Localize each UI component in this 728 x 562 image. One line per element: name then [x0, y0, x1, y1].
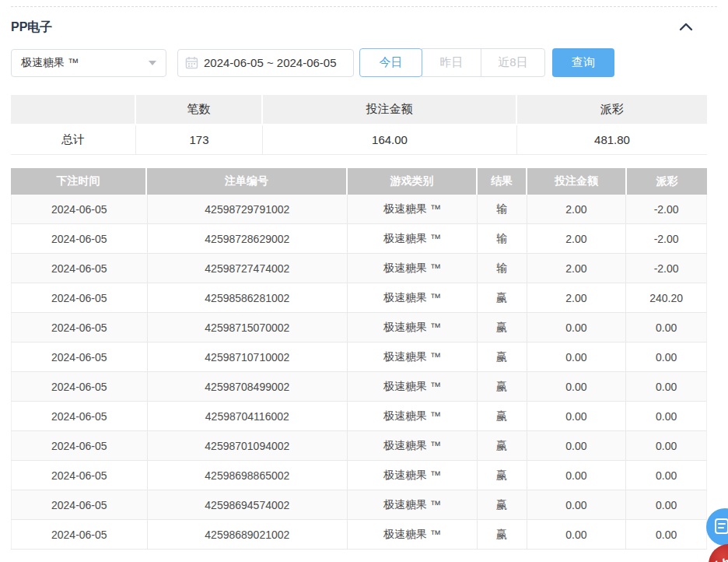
bet-amount-cell: 0.00	[527, 520, 627, 549]
bet-records-table: 下注时间 注单编号 游戏类别 结果 投注金额 派彩 2024-06-05 425…	[11, 168, 707, 550]
game-type-cell: 极速糖果 ™	[348, 313, 478, 342]
bet-id-cell: 42598710710002	[148, 342, 348, 371]
last-8-days-button[interactable]: 近8日	[481, 48, 545, 77]
header-bet-time: 下注时间	[11, 168, 147, 195]
chevron-up-icon	[679, 22, 693, 33]
game-type-cell: 极速糖果 ™	[348, 195, 478, 223]
bet-time-cell: 2024-06-05	[12, 283, 148, 312]
result-cell: 赢	[478, 520, 527, 549]
bet-id-cell: 42598727474002	[148, 254, 348, 283]
document-icon	[714, 518, 728, 537]
bet-time-cell: 2024-06-05	[12, 372, 148, 401]
payout-cell: 0.00	[626, 313, 706, 342]
bet-amount-cell: 2.00	[527, 254, 627, 283]
table-row: 2024-06-05 42598698865002 极速糖果 ™ 赢 0.00 …	[11, 461, 707, 490]
header-bet-id: 注单编号	[147, 168, 348, 195]
payout-cell: -2.00	[626, 254, 706, 283]
payout-cell: -2.00	[626, 195, 706, 223]
game-type-cell: 极速糖果 ™	[348, 342, 478, 371]
payout-cell: 0.00	[626, 342, 706, 371]
game-type-cell: 极速糖果 ™	[348, 283, 478, 312]
customer-service-float-button[interactable]	[706, 508, 728, 546]
brand-logo-float-button[interactable]: bb	[709, 544, 728, 562]
bet-amount-cell: 0.00	[527, 402, 627, 430]
summary-header-payout: 派彩	[517, 95, 707, 125]
bet-amount-cell: 2.00	[527, 195, 627, 223]
today-button[interactable]: 今日	[359, 48, 422, 77]
bet-amount-cell: 2.00	[527, 224, 627, 253]
result-cell: 赢	[478, 461, 527, 490]
result-cell: 输	[478, 254, 527, 283]
bet-amount-cell: 2.00	[527, 283, 627, 312]
table-row: 2024-06-05 42598586281002 极速糖果 ™ 赢 2.00 …	[11, 283, 707, 313]
date-range-value: 2024-06-05 ~ 2024-06-05	[204, 56, 337, 69]
payout-cell: 0.00	[626, 431, 706, 460]
bet-amount-cell: 0.00	[527, 372, 627, 401]
payout-cell: 0.00	[626, 372, 706, 401]
bet-id-cell: 42598715070002	[148, 313, 348, 342]
game-select-value: 极速糖果 ™	[21, 56, 149, 70]
summary-total-row: 总计 173 164.00 481.80	[11, 125, 707, 155]
bet-id-cell: 42598689021002	[148, 520, 348, 549]
table-header-row: 下注时间 注单编号 游戏类别 结果 投注金额 派彩	[11, 168, 707, 195]
calendar-icon	[185, 56, 198, 69]
bet-time-cell: 2024-06-05	[12, 195, 148, 223]
bet-time-cell: 2024-06-05	[12, 402, 148, 430]
bet-id-cell: 42598729791002	[148, 195, 348, 223]
panel-title: PP电子	[11, 19, 52, 36]
bet-time-cell: 2024-06-05	[12, 313, 148, 342]
payout-cell: 0.00	[626, 402, 706, 430]
game-select[interactable]: 极速糖果 ™	[11, 49, 166, 77]
payout-cell: 0.00	[626, 520, 706, 549]
header-game-type: 游戏类别	[348, 168, 478, 195]
payout-cell: -2.00	[626, 224, 706, 253]
table-row: 2024-06-05 42598701094002 极速糖果 ™ 赢 0.00 …	[11, 431, 707, 461]
brand-logo-text: bb	[713, 555, 728, 562]
result-cell: 赢	[478, 490, 527, 519]
bet-amount-cell: 0.00	[527, 431, 627, 460]
bet-amount-cell: 0.00	[527, 490, 627, 519]
date-range-picker[interactable]: 2024-06-05 ~ 2024-06-05	[177, 49, 354, 77]
result-cell: 赢	[478, 402, 527, 430]
bet-id-cell: 42598694574002	[148, 490, 348, 519]
bet-id-cell: 42598701094002	[148, 431, 348, 460]
payout-cell: 0.00	[626, 461, 706, 490]
game-type-cell: 极速糖果 ™	[348, 402, 478, 430]
game-type-cell: 极速糖果 ™	[348, 372, 478, 401]
result-cell: 赢	[478, 372, 527, 401]
game-type-cell: 极速糖果 ™	[348, 461, 478, 490]
table-row: 2024-06-05 42598729791002 极速糖果 ™ 输 2.00 …	[11, 195, 707, 224]
game-type-cell: 极速糖果 ™	[348, 490, 478, 519]
bet-time-cell: 2024-06-05	[12, 490, 148, 519]
game-type-cell: 极速糖果 ™	[348, 520, 478, 549]
summary-total-count: 173	[136, 125, 263, 154]
table-row: 2024-06-05 42598727474002 极速糖果 ™ 输 2.00 …	[11, 254, 707, 283]
table-row: 2024-06-05 42598689021002 极速糖果 ™ 赢 0.00 …	[11, 520, 707, 550]
panel-header: PP电子	[11, 7, 717, 47]
summary-total-label: 总计	[11, 125, 136, 154]
game-type-cell: 极速糖果 ™	[348, 431, 478, 460]
bet-amount-cell: 0.00	[527, 461, 627, 490]
bet-time-cell: 2024-06-05	[12, 254, 148, 283]
table-row: 2024-06-05 42598710710002 极速糖果 ™ 赢 0.00 …	[11, 342, 707, 372]
summary-total-payout: 481.80	[517, 125, 707, 154]
summary-header-row: 笔数 投注金额 派彩	[11, 95, 707, 125]
bet-time-cell: 2024-06-05	[12, 342, 148, 371]
summary-table: 笔数 投注金额 派彩 总计 173 164.00 481.80	[11, 95, 707, 155]
result-cell: 赢	[478, 283, 527, 312]
yesterday-button[interactable]: 昨日	[422, 48, 481, 77]
caret-down-icon	[149, 61, 156, 65]
query-button[interactable]: 查询	[552, 48, 614, 77]
bet-id-cell: 42598698865002	[148, 461, 348, 490]
summary-total-bet-amount: 164.00	[263, 125, 517, 154]
summary-header-bet-amount: 投注金额	[263, 95, 517, 125]
bet-time-cell: 2024-06-05	[12, 520, 148, 549]
game-type-cell: 极速糖果 ™	[348, 254, 478, 283]
payout-cell: 0.00	[626, 490, 706, 519]
bet-amount-cell: 0.00	[527, 313, 627, 342]
header-bet-amount: 投注金额	[527, 168, 627, 195]
bet-time-cell: 2024-06-05	[12, 461, 148, 490]
payout-cell: 240.20	[626, 283, 706, 312]
bet-id-cell: 42598704116002	[148, 402, 348, 430]
collapse-button[interactable]	[675, 16, 697, 38]
